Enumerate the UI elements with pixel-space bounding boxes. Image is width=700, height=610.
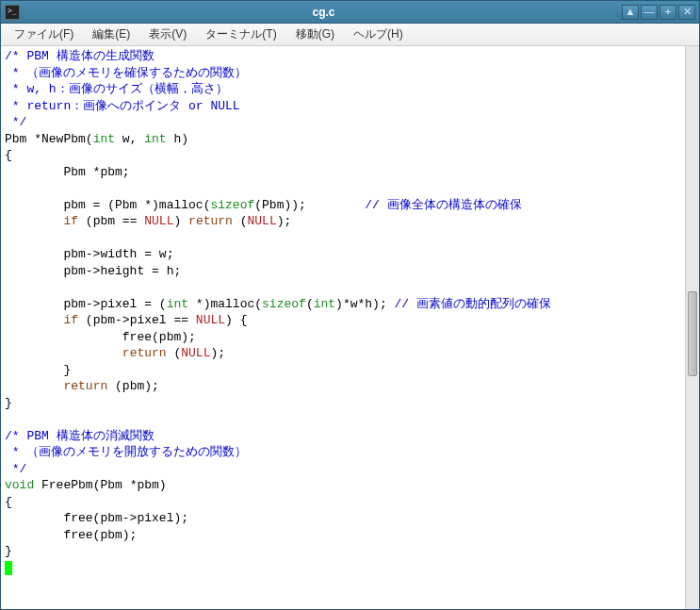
vertical-scrollbar[interactable] (685, 46, 699, 609)
sizeof-keyword: sizeof (210, 198, 254, 212)
code-text: free(pbm->pixel); (5, 511, 188, 525)
code-text: pbm = (Pbm *)malloc( (5, 198, 210, 212)
comment-line: /* PBM 構造体の生成関数 (5, 49, 155, 63)
null-literal: NULL (144, 214, 173, 228)
type-keyword: int (144, 132, 166, 146)
null-literal: NULL (248, 214, 277, 228)
type-keyword: int (93, 132, 115, 146)
code-text: pbm->width = w; (5, 247, 173, 261)
code-text: pbm->height = h; (5, 264, 181, 278)
code-text: ) (173, 214, 188, 228)
code-text: { (5, 495, 12, 509)
titlebar[interactable]: cg.c ▲ — + ✕ (1, 1, 699, 24)
menu-edit[interactable]: 編集(E) (85, 25, 138, 44)
menubar: ファイル(F) 編集(E) 表示(V) ターミナル(T) 移動(G) ヘルプ(H… (1, 24, 699, 46)
code-text: (pbm); (107, 379, 159, 393)
text-cursor (5, 561, 12, 575)
window-controls: ▲ — + ✕ (622, 5, 695, 20)
code-text: ); (277, 214, 292, 228)
code-text: (pbm->pixel == (78, 313, 196, 327)
comment-line: * （画像のメモリを開放するための関数） (5, 445, 247, 459)
code-text: h) (167, 132, 188, 146)
code-text: ( (306, 297, 314, 311)
null-literal: NULL (181, 346, 210, 360)
menu-view[interactable]: 表示(V) (141, 25, 194, 44)
code-text: free(pbm); (5, 330, 196, 344)
code-text: pbm->pixel = ( (5, 297, 167, 311)
code-text: w, (115, 132, 144, 146)
code-text: FreePbm(Pbm *pbm) (34, 478, 166, 492)
window-title: cg.c (25, 6, 622, 19)
code-text: )*w*h); (335, 297, 394, 311)
shade-button[interactable]: ▲ (622, 5, 639, 20)
code-editor[interactable]: /* PBM 構造体の生成関数 * （画像のメモリを確保するための関数） * w… (1, 46, 685, 609)
menu-help[interactable]: ヘルプ(H) (346, 25, 411, 44)
close-button[interactable]: ✕ (678, 5, 695, 20)
code-text (5, 313, 63, 327)
return-keyword: return (122, 346, 167, 360)
type-keyword: int (167, 297, 188, 311)
code-text (5, 379, 63, 393)
code-text: ) { (225, 313, 247, 327)
code-text: (Pbm)); (254, 198, 365, 212)
comment-line: * （画像のメモリを確保するための関数） (5, 66, 247, 80)
minimize-button[interactable]: — (641, 5, 658, 20)
code-text: Pbm *pbm; (5, 165, 130, 179)
code-text: *)malloc( (188, 297, 262, 311)
line-comment: // 画像全体の構造体の確保 (365, 198, 521, 212)
type-keyword: int (314, 297, 335, 311)
maximize-button[interactable]: + (659, 5, 676, 20)
code-text: { (5, 148, 12, 162)
comment-line: * return：画像へのポインタ or NULL (5, 99, 240, 113)
scrollbar-thumb[interactable] (688, 291, 697, 376)
code-text: ( (233, 214, 248, 228)
comment-line: */ (5, 115, 26, 129)
content-area: /* PBM 構造体の生成関数 * （画像のメモリを確保するための関数） * w… (1, 46, 699, 609)
code-text: } (5, 363, 71, 377)
terminal-window: cg.c ▲ — + ✕ ファイル(F) 編集(E) 表示(V) ターミナル(T… (0, 0, 700, 610)
terminal-icon (5, 5, 20, 20)
comment-line: * w, h：画像のサイズ（横幅，高さ） (5, 82, 228, 96)
menu-file[interactable]: ファイル(F) (7, 25, 81, 44)
code-text (5, 214, 63, 228)
code-text: free(pbm); (5, 528, 137, 542)
code-text: ); (210, 346, 225, 360)
code-text: } (5, 396, 12, 410)
if-keyword: if (63, 313, 78, 327)
code-text: ( (167, 346, 182, 360)
return-keyword: return (188, 214, 233, 228)
sizeof-keyword: sizeof (262, 297, 306, 311)
menu-terminal[interactable]: ターミナル(T) (198, 25, 284, 44)
menu-go[interactable]: 移動(G) (288, 25, 342, 44)
null-literal: NULL (196, 313, 225, 327)
void-keyword: void (5, 478, 34, 492)
return-keyword: return (63, 379, 107, 393)
comment-line: /* PBM 構造体の消滅関数 (5, 429, 155, 443)
code-text: Pbm *NewPbm( (5, 132, 93, 146)
code-text: } (5, 544, 12, 558)
line-comment: // 画素値の動的配列の確保 (395, 297, 551, 311)
code-text (5, 346, 122, 360)
code-text: (pbm == (78, 214, 144, 228)
comment-line: */ (5, 462, 26, 476)
if-keyword: if (63, 214, 78, 228)
